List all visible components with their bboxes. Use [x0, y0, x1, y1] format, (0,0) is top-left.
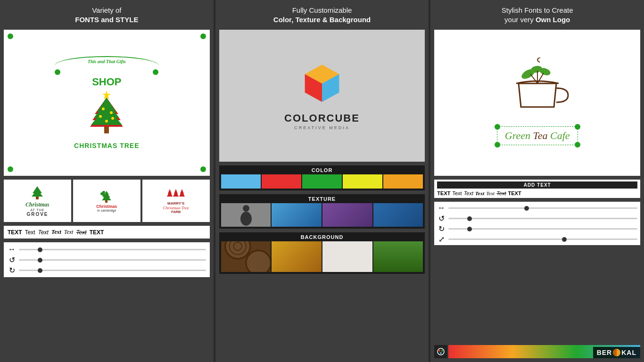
color-palette-section: COLOR	[219, 165, 425, 190]
arch-line: This and That Gifts	[55, 56, 158, 75]
texture-row	[221, 203, 423, 227]
main-container: Variety of FONTS and STYLE This and That…	[0, 0, 644, 362]
texture-4[interactable]	[373, 203, 423, 227]
corner-dot-bl	[8, 166, 13, 172]
sub-logo-1-text1: Christmas	[25, 201, 50, 208]
svg-marker-26	[167, 191, 173, 197]
font-sample-5: Text	[64, 229, 74, 236]
svg-point-12	[105, 120, 108, 123]
rotate-left-icon-p3: ↺	[437, 214, 446, 222]
svg-rect-19	[105, 200, 107, 203]
slider-p3-row-3: ↻	[437, 224, 637, 233]
sub-logo-3-text3: FARM	[171, 210, 181, 214]
slider-p3-row-2: ↺	[437, 214, 637, 222]
panel-1-title: Variety of FONTS and STYLE	[75, 6, 138, 24]
christmas-tree-svg	[85, 88, 128, 140]
tea-cafe-name-wrapper: Green Tea Cafe	[487, 123, 587, 148]
corner-dot-br	[200, 166, 206, 172]
bg-logs[interactable]	[221, 241, 271, 272]
texture-1[interactable]	[221, 203, 271, 227]
svg-line-42	[530, 74, 537, 83]
texture-3[interactable]	[322, 203, 372, 227]
logs-svg	[221, 241, 271, 272]
palette-svg	[437, 348, 445, 355]
svg-point-46	[438, 350, 440, 352]
sub-logo-2-svg	[99, 190, 114, 204]
colorcube-logo-box: COLORCUBE CREATIVE MEDIA	[219, 30, 425, 162]
panel-2-title: Fully Customizable Color, Texture & Back…	[273, 6, 371, 24]
bg-bamboo[interactable]	[373, 241, 423, 272]
color-swatch-green[interactable]	[302, 174, 342, 189]
color-swatch-orange[interactable]	[383, 174, 423, 189]
svg-point-10	[99, 115, 102, 118]
svg-rect-15	[36, 197, 39, 199]
bg-row	[221, 241, 423, 272]
resize-horizontal-icon: ↔	[8, 245, 16, 254]
svg-rect-7	[104, 127, 109, 133]
bg-gold-wood[interactable]	[272, 241, 322, 272]
rotate-right-icon-p3: ↻	[437, 224, 446, 233]
background-section: BACKGROUND	[219, 232, 425, 274]
cafe-text: Cafe	[550, 130, 570, 141]
slider-track-1[interactable]	[19, 249, 206, 250]
sub-logo-2-text2: in cambridge	[97, 209, 116, 212]
font-sample-2: Text	[25, 229, 35, 236]
tea-text: Tea	[533, 130, 550, 141]
slider-row-1: ↔	[8, 245, 206, 254]
sub-logo-1-text3: GROVE	[26, 212, 48, 217]
tea-cafe-selection-box: Green Tea Cafe	[497, 126, 578, 145]
font-p3-7: TEXT	[508, 190, 521, 196]
slider-track-p3-1[interactable]	[448, 207, 637, 209]
slider-thumb-p3-4	[562, 237, 567, 242]
addtext-header: ADD TEXT	[437, 181, 637, 189]
arch-wrapper: This and That Gifts	[55, 56, 158, 75]
slider-track-p3-4[interactable]	[448, 239, 637, 240]
sliders-section-3: ↔ ↺ ↻ ⤢	[434, 202, 640, 245]
watermark-text-ber: BER	[597, 349, 612, 356]
font-p3-1: TEXT	[437, 190, 450, 196]
texture-2[interactable]	[272, 203, 322, 227]
sub-logo-1: Christmas AT THE GROVE	[4, 180, 71, 222]
sub-logos-row: Christmas AT THE GROVE Christmas in camb…	[4, 180, 210, 222]
font-p3-4: Text	[475, 190, 484, 196]
watermark-text-kal: KAL	[621, 349, 636, 356]
color-swatch-yellow[interactable]	[343, 174, 382, 189]
sub-logo-3-text1: MARRY'S	[167, 201, 184, 206]
font-samples-row-p3: TEXT Text Text Text Text Text TEXT	[437, 190, 637, 196]
sliders-section-1: ↔ ↺ ↻	[4, 242, 210, 277]
palette-icon[interactable]	[434, 345, 447, 358]
color-swatch-blue[interactable]	[221, 174, 261, 189]
font-sample-6: Text	[76, 229, 86, 236]
rotate-right-icon: ↻	[8, 266, 16, 274]
sub-logo-3: MARRY'S Christmas Tree FARM	[142, 180, 210, 222]
tea-cafe-content: Green Tea Cafe	[487, 58, 587, 148]
color-swatch-red[interactable]	[262, 174, 301, 189]
arch-label: This and That Gifts	[88, 59, 126, 64]
sub-logo-2: Christmas in cambridge	[73, 180, 140, 222]
panel-1: Variety of FONTS and STYLE This and That…	[0, 0, 214, 362]
svg-point-34	[240, 212, 252, 226]
watermark: BER KAL	[593, 347, 640, 358]
colorcube-text: COLORCUBE	[284, 112, 360, 124]
font-samples-row: TEXT Text Text Text Text Text TEXT	[4, 226, 210, 239]
font-p3-5: Text	[486, 190, 495, 196]
slider-track-p3-2[interactable]	[448, 218, 637, 219]
slider-track-3[interactable]	[19, 270, 206, 271]
slider-track-p3-3[interactable]	[448, 228, 637, 230]
bg-marble[interactable]	[322, 241, 372, 272]
creative-media-text: CREATIVE MEDIA	[294, 125, 349, 130]
sel-dot-tl	[495, 124, 500, 130]
svg-marker-28	[179, 191, 185, 197]
slider-thumb-3	[38, 268, 42, 273]
font-p3-3: Text	[464, 190, 473, 196]
sub-logo-3-text2: Christmas Tree	[163, 206, 189, 210]
addtext-panel: ADD TEXT TEXT Text Text Text Text Text T…	[434, 180, 640, 198]
resize-icon-p3: ↔	[437, 204, 446, 212]
green-text: Green	[505, 130, 533, 141]
main-logo-box: This and That Gifts SHOP	[4, 30, 210, 176]
cube-svg	[296, 61, 348, 108]
slider-thumb-p3-2	[467, 216, 472, 221]
color-row	[221, 174, 423, 189]
slider-track-2[interactable]	[19, 259, 206, 261]
slider-thumb-2	[38, 258, 42, 263]
